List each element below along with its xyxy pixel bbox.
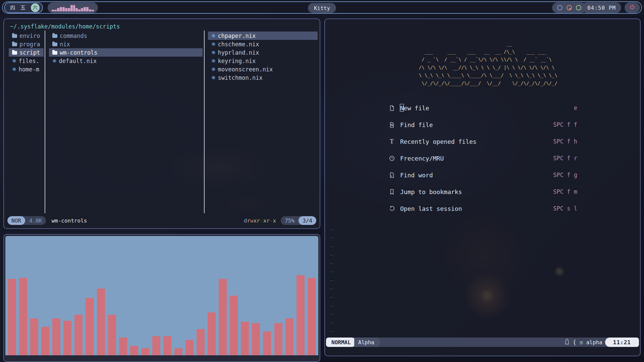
- filetype-label: alpha: [586, 339, 602, 346]
- file-row[interactable]: ❄chscheme.nix: [208, 40, 318, 48]
- list-lines-icon: ≡: [580, 339, 583, 346]
- file-row[interactable]: nix: [49, 40, 203, 48]
- file-row[interactable]: commands: [49, 32, 203, 40]
- buffer-name: Alpha: [354, 338, 380, 347]
- column-divider: [45, 31, 45, 213]
- file-row[interactable]: ❄default.nix: [49, 57, 203, 65]
- nix-icon: ❄: [12, 58, 16, 64]
- nix-icon: ❄: [211, 33, 216, 39]
- ascii-logo: __ ___ ___ ___ __ __ /\_\ ___ ___ / _ `\…: [408, 40, 557, 87]
- file-row[interactable]: ❄keyring.nix: [208, 57, 318, 65]
- power-icon: [629, 4, 635, 11]
- chart-bar: [74, 315, 83, 355]
- file-row-selected[interactable]: script: [9, 48, 44, 57]
- neovim-window[interactable]: __ ___ ___ ___ __ __ /\_\ ___ ___ / _ `\…: [324, 18, 641, 356]
- histogram-bar: [81, 8, 83, 11]
- file-manager-window[interactable]: ~/.sysflake/modules/home/scripts enviro …: [3, 18, 320, 229]
- nix-icon: ❄: [211, 50, 216, 56]
- file-row-selected[interactable]: ❄chpaper.nix: [208, 32, 318, 40]
- chart-bar: [230, 296, 238, 355]
- file-row[interactable]: ❄hyprland.nix: [208, 48, 318, 57]
- histogram-bar: [62, 7, 65, 11]
- chart-bar: [52, 318, 60, 355]
- file-row[interactable]: progra: [9, 40, 44, 48]
- chart-bar: [163, 336, 171, 355]
- menu-item-last-session[interactable]: Open last session SPC s l: [388, 200, 577, 217]
- chart-bar: [119, 338, 127, 355]
- preview-column: ❄chpaper.nix ❄chscheme.nix ❄hyprland.nix…: [208, 32, 318, 82]
- top-bar: 四 五 六 Kitty 04:50 PM: [0, 0, 644, 15]
- histogram-bar: [52, 10, 54, 11]
- linux-penguin-icon: [565, 339, 570, 346]
- clock-label: 04:50 PM: [587, 5, 616, 11]
- workspace-4[interactable]: 四: [10, 5, 15, 11]
- visualizer-window[interactable]: [3, 234, 320, 362]
- histogram-bar: [68, 8, 70, 11]
- workspaces-widget[interactable]: 四 五 六: [4, 2, 43, 13]
- orange-ring-icon[interactable]: [567, 5, 572, 10]
- green-ring-icon[interactable]: [576, 5, 581, 10]
- chart-bar: [241, 322, 249, 355]
- file-row[interactable]: ❄switchmon.nix: [208, 73, 318, 82]
- mode-size-pill: NOR 4.0K: [7, 216, 46, 225]
- workspace-5[interactable]: 五: [20, 5, 25, 11]
- clock-widget[interactable]: 04:50 PM: [582, 2, 621, 13]
- menu-item-find-word[interactable]: w Find word SPC f g: [388, 167, 577, 183]
- chart-bar: [174, 348, 182, 355]
- chart-bars: [8, 236, 316, 355]
- status-bar: NOR 4.0K wm-controls drwxr-xr-x 75% 3/4: [7, 216, 316, 225]
- folder-icon: [52, 34, 57, 38]
- nix-icon: ❄: [52, 58, 57, 64]
- chart-bar: [152, 336, 160, 355]
- empty-line-tildes: ~ ~ ~ ~ ~ ~ ~ ~ ~ ~ ~ ~ ~: [330, 226, 333, 336]
- chart-bar: [274, 323, 282, 355]
- workspace-6-active[interactable]: 六: [31, 3, 40, 12]
- histogram-bar: [78, 9, 80, 11]
- file-row-selected[interactable]: wm-controls: [49, 48, 203, 57]
- file-size: 4.0K: [25, 216, 46, 225]
- chart-bar: [108, 315, 116, 355]
- parent-column: enviro progra script ❄files. ❄home-m: [9, 32, 44, 73]
- chart-bar: [19, 278, 27, 355]
- chart-bar: [297, 275, 305, 355]
- window-title-label: Kitty: [314, 5, 330, 11]
- chart-bar: [308, 278, 316, 355]
- folder-icon: [52, 43, 57, 46]
- column-divider: [204, 31, 205, 213]
- chart-bar: [130, 346, 138, 355]
- histogram-bar: [75, 8, 78, 11]
- file-row[interactable]: enviro: [9, 32, 44, 40]
- statusline-time: 11:21: [605, 338, 639, 347]
- power-button[interactable]: [625, 2, 640, 13]
- find-word-icon: w: [388, 172, 396, 178]
- histogram-bar: [57, 8, 59, 11]
- histogram-bar: [89, 9, 91, 11]
- histogram-bar: [70, 5, 73, 11]
- current-column: commands nix wm-controls ❄default.nix: [49, 32, 203, 65]
- file-row[interactable]: ❄moveonscreen.nix: [208, 65, 318, 73]
- file-row[interactable]: ❄files.: [9, 57, 44, 65]
- menu-item-find-file[interactable]: Find file SPC f f: [388, 116, 577, 133]
- status-indicators-widget[interactable]: [552, 2, 586, 13]
- histogram-bar: [54, 10, 57, 11]
- block-cursor: [400, 104, 404, 112]
- nix-icon: ❄: [211, 58, 216, 64]
- folder-icon: [12, 43, 17, 46]
- nix-icon: ❄: [211, 41, 216, 47]
- histogram-bar: [86, 7, 89, 11]
- menu-item-frecency[interactable]: Frecency/MRU SPC f r: [388, 150, 577, 167]
- menu-item-bookmarks[interactable]: Jump to bookmarks SPC f m: [388, 183, 577, 200]
- paren-glyph: (: [573, 339, 576, 346]
- chart-bar: [263, 331, 271, 355]
- cursor-position: 3/4: [299, 216, 316, 225]
- menu-item-new-file[interactable]: New file e: [388, 100, 577, 116]
- histogram-bars: [52, 4, 94, 11]
- histogram-bar: [84, 7, 86, 11]
- chart-bar: [8, 279, 16, 355]
- menu-item-recent-files[interactable]: T Recently opened files SPC f h: [388, 133, 577, 150]
- chart-bar: [97, 289, 105, 355]
- system-histogram-widget[interactable]: [48, 2, 98, 13]
- new-file-icon: [388, 105, 396, 111]
- file-row[interactable]: ❄home-m: [9, 65, 44, 73]
- blue-ring-icon[interactable]: [557, 5, 562, 10]
